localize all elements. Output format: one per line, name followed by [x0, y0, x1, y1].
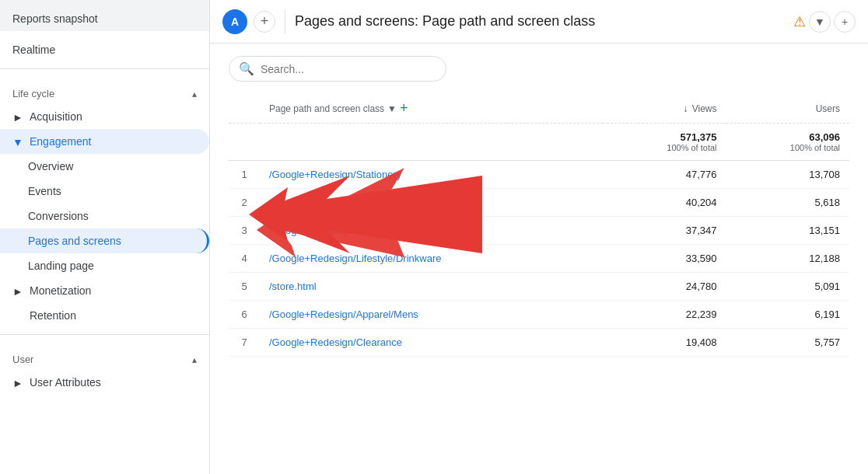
row-users: 13,708 [726, 161, 850, 189]
row-num: 5 [229, 273, 260, 301]
row-num: 1 [229, 161, 260, 189]
total-empty-1 [229, 124, 260, 161]
header-add-button[interactable]: + [834, 11, 856, 33]
monetization-chevron-icon: ► [12, 285, 23, 296]
search-input[interactable] [261, 63, 436, 75]
sidebar-item-user-attributes[interactable]: ► User Attributes [0, 370, 209, 395]
header-divider [285, 9, 285, 34]
row-page-path[interactable]: /Google+Redesign/Lifestyle/Drinkware [260, 245, 603, 273]
search-bar: 🔍 [229, 56, 446, 82]
sidebar-item-pages-screens[interactable]: Pages and screens [0, 228, 209, 253]
acquisition-chevron-icon: ► [12, 111, 23, 122]
sidebar-divider-2 [0, 334, 209, 335]
col-users-header: Users [726, 94, 850, 124]
row-page-path[interactable]: /Google+Redesign/Clearance [260, 329, 603, 357]
row-num: 4 [229, 245, 260, 273]
user-section: User ▴ [0, 341, 209, 370]
table-body: 1 /Google+Redesign/Stationery 47,776 13,… [229, 161, 849, 357]
warning-icon: ⚠ [793, 13, 806, 30]
row-users: 5,618 [726, 189, 850, 217]
col-add-button[interactable]: + [400, 100, 408, 117]
sort-icon: ↓ [683, 103, 688, 114]
avatar[interactable]: A [222, 9, 247, 34]
page-header: A + Pages and screens: Page path and scr… [210, 0, 868, 44]
engagement-chevron-icon: ▼ [12, 136, 23, 147]
row-users: 6,191 [726, 301, 850, 329]
header-actions: ⚠ ▼ + [793, 11, 856, 33]
user-attributes-chevron-icon: ► [12, 377, 23, 388]
row-num: 7 [229, 329, 260, 357]
row-page-path[interactable]: /Google+Redesign/Stationery [260, 161, 603, 189]
row-num: 2 [229, 189, 260, 217]
sidebar-item-realtime[interactable]: Realtime [0, 31, 209, 62]
lifecycle-collapse-icon[interactable]: ▴ [192, 89, 197, 99]
sidebar-item-monetization[interactable]: ► Monetization [0, 278, 209, 303]
row-views: 24,780 [603, 273, 726, 301]
table-row: 3 /Google+Redesign/Apparel 37,347 13,151 [229, 217, 849, 245]
page-title: Pages and screens: Page path and screen … [295, 13, 787, 30]
row-views: 37,347 [603, 217, 726, 245]
data-table: Page path and screen class ▼ + ↓ Views U… [229, 94, 849, 357]
col-name-header: Page path and screen class ▼ + [260, 94, 603, 124]
table-row: 2 /basket.html 40,204 5,618 [229, 189, 849, 217]
header-dropdown-button[interactable]: ▼ [809, 11, 831, 33]
table-row: 1 /Google+Redesign/Stationery 47,776 13,… [229, 161, 849, 189]
total-views: 571,375 100% of total [603, 124, 726, 161]
row-users: 12,188 [726, 245, 850, 273]
search-icon: 🔍 [239, 61, 254, 76]
total-users: 63,096 100% of total [726, 124, 850, 161]
row-users: 5,757 [726, 329, 850, 357]
main-content: A + Pages and screens: Page path and scr… [210, 0, 868, 474]
lifecycle-section: Life cycle ▴ [0, 75, 209, 104]
table-row: 6 /Google+Redesign/Apparel/Mens 22,239 6… [229, 301, 849, 329]
row-views: 33,590 [603, 245, 726, 273]
row-num: 3 [229, 217, 260, 245]
total-empty-2 [260, 124, 603, 161]
row-page-path[interactable]: /store.html [260, 273, 603, 301]
col-num-header [229, 94, 260, 124]
sidebar-item-reports-snapshot[interactable]: Reports snapshot [0, 0, 209, 31]
sidebar-item-conversions[interactable]: Conversions [0, 204, 209, 228]
add-comparison-button[interactable]: + [254, 11, 275, 33]
sidebar-item-events[interactable]: Events [0, 179, 209, 204]
sidebar-item-retention[interactable]: Retention [0, 303, 209, 328]
row-page-path[interactable]: /basket.html [260, 189, 603, 217]
row-views: 22,239 [603, 301, 726, 329]
sidebar-divider-1 [0, 68, 209, 69]
sidebar-item-overview[interactable]: Overview [0, 154, 209, 179]
sidebar-item-engagement[interactable]: ▼ Engagement [0, 129, 209, 154]
row-users: 13,151 [726, 217, 850, 245]
col-views-header: ↓ Views [603, 94, 726, 124]
sidebar-item-landing-page[interactable]: Landing page [0, 253, 209, 278]
row-num: 6 [229, 301, 260, 329]
row-views: 19,408 [603, 329, 726, 357]
user-collapse-icon[interactable]: ▴ [192, 354, 197, 365]
sidebar: Reports snapshot Realtime Life cycle ▴ ►… [0, 0, 210, 474]
row-views: 47,776 [603, 161, 726, 189]
table-row: 4 /Google+Redesign/Lifestyle/Drinkware 3… [229, 245, 849, 273]
totals-row: 571,375 100% of total 63,096 100% of tot… [229, 124, 849, 161]
row-views: 40,204 [603, 189, 726, 217]
row-users: 5,091 [726, 273, 850, 301]
row-page-path[interactable]: /Google+Redesign/Apparel/Mens [260, 301, 603, 329]
content-area: 🔍 Page p [210, 44, 868, 474]
table-row: 5 /store.html 24,780 5,091 [229, 273, 849, 301]
row-page-path[interactable]: /Google+Redesign/Apparel [260, 217, 603, 245]
table-row: 7 /Google+Redesign/Clearance 19,408 5,75… [229, 329, 849, 357]
sidebar-item-acquisition[interactable]: ► Acquisition [0, 104, 209, 129]
col-name-dropdown-icon[interactable]: ▼ [387, 103, 397, 114]
